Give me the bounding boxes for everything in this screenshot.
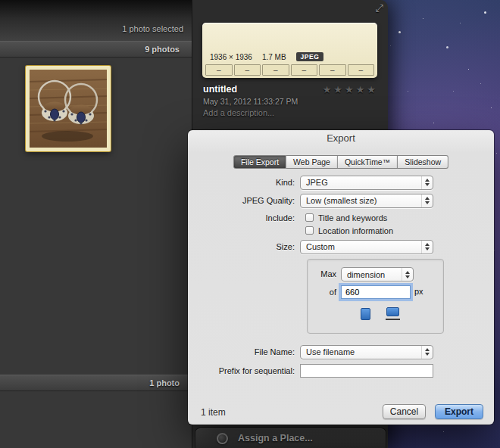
location-info-checkbox[interactable] xyxy=(305,226,314,235)
album-header: 9 photos xyxy=(0,41,192,58)
kind-dropdown[interactable]: JPEG xyxy=(300,176,433,190)
dash-cell: – xyxy=(234,64,261,76)
photo-filesize: 1.7 MB xyxy=(262,53,286,61)
size-row: Size: Custom xyxy=(188,239,433,254)
size-value: Custom xyxy=(301,242,421,251)
tab-slideshow[interactable]: Slideshow xyxy=(398,155,448,169)
earrings-photo xyxy=(30,70,107,148)
dash-cell: – xyxy=(319,64,346,76)
export-dialog: Export File Export Web Page QuickTime™ S… xyxy=(188,130,494,425)
quality-row: JPEG Quality: Low (smallest size) xyxy=(188,193,433,208)
add-description-field[interactable]: Add a description... xyxy=(203,108,274,117)
file-name-dropdown[interactable]: Use filename xyxy=(300,345,433,359)
tab-file-export[interactable]: File Export xyxy=(233,155,286,169)
film-info-row: 1936 × 1936 1.7 MB JPEG xyxy=(210,52,323,61)
dropdown-arrows-icon xyxy=(421,346,433,359)
kind-row: Kind: JPEG xyxy=(188,175,433,190)
item-count: 1 item xyxy=(201,407,226,418)
screen: ⤢ 1 photo selected 9 photos xyxy=(0,0,500,448)
landscape-icon xyxy=(386,307,399,316)
prefix-input[interactable] xyxy=(300,364,433,378)
selected-underline xyxy=(386,319,400,320)
photo-browser-pane: 1 photo selected 9 photos xyxy=(0,0,192,448)
kind-value: JPEG xyxy=(301,178,421,187)
assign-place-button[interactable]: Assign a Place... xyxy=(195,428,386,448)
dialog-title: Export xyxy=(188,130,494,147)
custom-size-group: Max dimension of px xyxy=(307,259,444,334)
title-keywords-label: Title and keywords xyxy=(318,213,387,222)
place-pin-icon xyxy=(217,433,228,444)
tab-quicktime[interactable]: QuickTime™ xyxy=(338,155,398,169)
dash-cell: – xyxy=(205,64,233,76)
format-badge: JPEG xyxy=(296,52,324,61)
file-name-row: File Name: Use filename xyxy=(188,344,433,359)
quality-label: JPEG Quality: xyxy=(188,196,300,205)
include-row: Include: xyxy=(188,210,300,226)
landscape-orientation-button[interactable] xyxy=(383,303,402,324)
photo-dimensions: 1936 × 1936 xyxy=(210,53,252,61)
selected-status-text: 1 photo selected xyxy=(122,24,183,33)
dropdown-arrows-icon xyxy=(402,268,413,281)
size-dropdown[interactable]: Custom xyxy=(300,240,433,254)
export-tabs: File Export Web Page QuickTime™ Slidesho… xyxy=(233,155,448,169)
tab-web-page[interactable]: Web Page xyxy=(286,155,338,169)
export-button[interactable]: Export xyxy=(435,404,483,419)
quality-dropdown[interactable]: Low (smallest size) xyxy=(300,194,433,208)
of-label: of xyxy=(308,288,336,297)
file-name-label: File Name: xyxy=(188,347,300,356)
dash-cell: – xyxy=(348,64,375,76)
px-unit-label: px xyxy=(414,287,423,296)
photo-thumbnail[interactable] xyxy=(26,66,111,151)
photo-title[interactable]: untitled xyxy=(203,84,237,95)
location-info-option: Location information xyxy=(305,225,393,236)
lower-album-header: 1 photo xyxy=(0,375,192,391)
portrait-icon xyxy=(361,308,370,320)
dropdown-arrows-icon xyxy=(421,176,433,189)
cancel-button[interactable]: Cancel xyxy=(383,404,426,419)
prefix-row: Prefix for sequential: xyxy=(188,363,433,378)
kind-label: Kind: xyxy=(188,178,300,187)
prefix-label: Prefix for sequential: xyxy=(188,366,300,375)
film-strip-preview: 1936 × 1936 1.7 MB JPEG – – – – – – xyxy=(202,23,377,78)
photo-date: May 31, 2012 11:33:27 PM xyxy=(203,97,298,106)
title-keywords-option: Title and keywords xyxy=(305,212,387,223)
expand-window-icon[interactable]: ⤢ xyxy=(376,3,383,13)
dash-cell: – xyxy=(262,64,289,76)
max-dimension-dropdown[interactable]: dimension xyxy=(341,267,414,282)
dash-cell: – xyxy=(291,64,318,76)
max-label: Max xyxy=(308,269,336,278)
quality-value: Low (smallest size) xyxy=(301,196,421,205)
star-rating[interactable]: ★★★★★ xyxy=(323,84,378,95)
dropdown-arrows-icon xyxy=(421,194,433,207)
assign-place-label: Assign a Place... xyxy=(238,433,313,443)
location-info-label: Location information xyxy=(318,226,393,235)
include-label: Include: xyxy=(188,213,300,222)
file-name-value: Use filename xyxy=(301,347,421,356)
max-dimension-value: dimension xyxy=(342,270,402,279)
dropdown-arrows-icon xyxy=(421,241,433,254)
max-size-input[interactable] xyxy=(341,285,411,299)
portrait-orientation-button[interactable] xyxy=(355,303,375,324)
browser-top-bar: 1 photo selected xyxy=(0,0,192,41)
title-keywords-checkbox[interactable] xyxy=(305,213,314,222)
film-dash-row: – – – – – – xyxy=(205,64,374,76)
size-label: Size: xyxy=(188,242,300,251)
